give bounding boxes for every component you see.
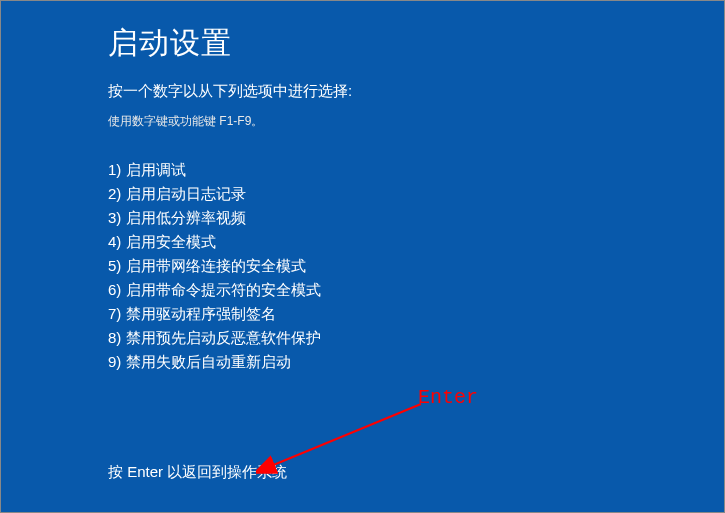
option-7-disable-driver-sig[interactable]: 7) 禁用驱动程序强制签名	[108, 302, 724, 326]
startup-options-list: 1) 启用调试 2) 启用启动日志记录 3) 启用低分辨率视频 4) 启用安全模…	[108, 158, 724, 374]
footer-instruction[interactable]: 按 Enter 以返回到操作系统	[108, 463, 287, 482]
option-6-safe-mode-cmd[interactable]: 6) 启用带命令提示符的安全模式	[108, 278, 724, 302]
option-2-boot-logging[interactable]: 2) 启用启动日志记录	[108, 182, 724, 206]
option-8-disable-antimalware[interactable]: 8) 禁用预先启动反恶意软件保护	[108, 326, 724, 350]
sub-instruction: 使用数字键或功能键 F1-F9。	[108, 113, 724, 130]
svg-line-1	[271, 404, 421, 466]
option-1-debug[interactable]: 1) 启用调试	[108, 158, 724, 182]
page-title: 启动设置	[108, 23, 724, 64]
main-instruction: 按一个数字以从下列选项中进行选择:	[108, 82, 724, 101]
option-9-disable-auto-restart[interactable]: 9) 禁用失败后自动重新启动	[108, 350, 724, 374]
annotation-label: Enter	[418, 386, 478, 409]
option-5-safe-mode-networking[interactable]: 5) 启用带网络连接的安全模式	[108, 254, 724, 278]
option-3-low-res-video[interactable]: 3) 启用低分辨率视频	[108, 206, 724, 230]
option-4-safe-mode[interactable]: 4) 启用安全模式	[108, 230, 724, 254]
